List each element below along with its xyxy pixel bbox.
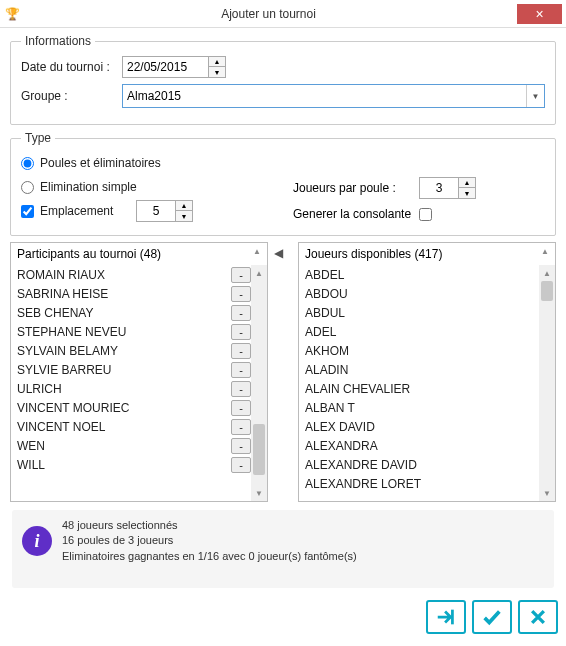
info-line-3: Eliminatoires gagnantes en 1/16 avec 0 j… bbox=[62, 549, 357, 564]
list-item[interactable]: ALEX DAVID bbox=[305, 417, 539, 436]
emplacement-up-icon[interactable]: ▲ bbox=[176, 201, 192, 211]
participants-scrollbar[interactable]: ▲ ▼ bbox=[251, 265, 267, 501]
radio-poules-row[interactable]: Poules et éliminatoires bbox=[21, 153, 273, 173]
participant-name: VINCENT MOURIEC bbox=[17, 401, 231, 415]
players-per-pool-value[interactable] bbox=[420, 178, 458, 198]
participants-panel: Participants au tournoi (48) ▲ ROMAIN RI… bbox=[10, 242, 268, 502]
list-item[interactable]: ALBAN T bbox=[305, 398, 539, 417]
emplacement-value[interactable] bbox=[137, 201, 175, 221]
transfer-left-button[interactable]: ◀ bbox=[274, 246, 283, 260]
ok-button[interactable] bbox=[472, 600, 512, 634]
list-item[interactable]: WILL- bbox=[17, 455, 251, 474]
remove-button[interactable]: - bbox=[231, 286, 251, 302]
list-item[interactable]: ADEL bbox=[305, 322, 539, 341]
available-name: ALEXANDRE DAVID bbox=[305, 458, 539, 472]
remove-button[interactable]: - bbox=[231, 362, 251, 378]
remove-button[interactable]: - bbox=[231, 381, 251, 397]
list-item[interactable]: STEPHANE NEVEU- bbox=[17, 322, 251, 341]
list-item[interactable]: SABRINA HEISE- bbox=[17, 284, 251, 303]
participant-name: WEN bbox=[17, 439, 231, 453]
available-list[interactable]: ABDELABDOUABDULADELAKHOMALADINALAIN CHEV… bbox=[299, 265, 555, 501]
list-item[interactable]: VINCENT MOURIEC- bbox=[17, 398, 251, 417]
participant-name: SYLVAIN BELAMY bbox=[17, 344, 231, 358]
close-button[interactable]: × bbox=[517, 4, 562, 24]
available-name: ALEXANDRE LORET bbox=[305, 477, 539, 491]
list-item[interactable]: ABDUL bbox=[305, 303, 539, 322]
list-item[interactable]: AKHOM bbox=[305, 341, 539, 360]
remove-button[interactable]: - bbox=[231, 343, 251, 359]
list-item[interactable]: ALEXANDRA bbox=[305, 436, 539, 455]
cancel-button[interactable] bbox=[518, 600, 558, 634]
scroll-up-icon[interactable]: ▲ bbox=[539, 265, 555, 281]
available-scrollbar[interactable]: ▲ ▼ bbox=[539, 265, 555, 501]
players-per-pool-stepper[interactable]: ▲ ▼ bbox=[419, 177, 476, 199]
ppp-up-icon[interactable]: ▲ bbox=[459, 178, 475, 188]
emplacement-down-icon[interactable]: ▼ bbox=[176, 211, 192, 221]
check-emplacement[interactable] bbox=[21, 205, 34, 218]
date-field[interactable]: ▲ ▼ bbox=[122, 56, 226, 78]
close-icon bbox=[528, 607, 548, 627]
remove-button[interactable]: - bbox=[231, 400, 251, 416]
list-item[interactable]: ALAIN CHEVALIER bbox=[305, 379, 539, 398]
available-name: ALAIN CHEVALIER bbox=[305, 382, 539, 396]
list-item[interactable]: ALEXANDRE DAVID bbox=[305, 455, 539, 474]
group-label: Groupe : bbox=[21, 89, 116, 103]
radio-elimination[interactable] bbox=[21, 181, 34, 194]
remove-button[interactable]: - bbox=[231, 267, 251, 283]
chevron-up-icon[interactable]: ▲ bbox=[541, 247, 549, 261]
generate-consolation-label: Generer la consolante bbox=[293, 207, 413, 221]
emplacement-stepper[interactable]: ▲ ▼ bbox=[136, 200, 193, 222]
date-up-icon[interactable]: ▲ bbox=[209, 57, 225, 67]
group-combo[interactable]: ▼ bbox=[122, 84, 545, 108]
scroll-down-icon[interactable]: ▼ bbox=[539, 485, 555, 501]
radio-poules[interactable] bbox=[21, 157, 34, 170]
remove-button[interactable]: - bbox=[231, 438, 251, 454]
list-item[interactable]: ULRICH- bbox=[17, 379, 251, 398]
list-item[interactable]: ALEXANDRE LORET bbox=[305, 474, 539, 493]
list-item[interactable]: VINCENT NOEL- bbox=[17, 417, 251, 436]
remove-button[interactable]: - bbox=[231, 419, 251, 435]
import-button[interactable] bbox=[426, 600, 466, 634]
chevron-up-icon[interactable]: ▲ bbox=[253, 247, 261, 261]
scroll-down-icon[interactable]: ▼ bbox=[251, 485, 267, 501]
list-item[interactable]: WEN- bbox=[17, 436, 251, 455]
chevron-down-icon[interactable]: ▼ bbox=[526, 85, 544, 107]
participant-name: ULRICH bbox=[17, 382, 231, 396]
participant-name: ROMAIN RIAUX bbox=[17, 268, 231, 282]
date-label: Date du tournoi : bbox=[21, 60, 116, 74]
available-name: ABDUL bbox=[305, 306, 539, 320]
participant-name: SYLVIE BARREU bbox=[17, 363, 231, 377]
scroll-up-icon[interactable]: ▲ bbox=[251, 265, 267, 281]
remove-button[interactable]: - bbox=[231, 457, 251, 473]
check-generate-consolation[interactable] bbox=[419, 208, 432, 221]
remove-button[interactable]: - bbox=[231, 305, 251, 321]
info-line-1: 48 joueurs selectionnés bbox=[62, 518, 357, 533]
list-item[interactable]: ABDEL bbox=[305, 265, 539, 284]
available-name: ADEL bbox=[305, 325, 539, 339]
list-item[interactable]: SYLVIE BARREU- bbox=[17, 360, 251, 379]
info-line-2: 16 poules de 3 joueurs bbox=[62, 533, 357, 548]
radio-elim-row[interactable]: Elimination simple bbox=[21, 177, 273, 197]
available-name: ALADIN bbox=[305, 363, 539, 377]
list-item[interactable]: ABDOU bbox=[305, 284, 539, 303]
list-item[interactable]: SEB CHENAY- bbox=[17, 303, 251, 322]
date-input[interactable] bbox=[123, 57, 208, 77]
available-name: ALEX DAVID bbox=[305, 420, 539, 434]
import-icon bbox=[435, 606, 457, 628]
title-bar: 🏆 Ajouter un tournoi × bbox=[0, 0, 566, 28]
remove-button[interactable]: - bbox=[231, 324, 251, 340]
trophy-icon: 🏆 bbox=[4, 6, 20, 22]
participant-name: SEB CHENAY bbox=[17, 306, 231, 320]
window-title: Ajouter un tournoi bbox=[20, 7, 517, 21]
ppp-down-icon[interactable]: ▼ bbox=[459, 188, 475, 198]
participants-list[interactable]: ROMAIN RIAUX-SABRINA HEISE-SEB CHENAY-ST… bbox=[11, 265, 267, 501]
available-name: ABDEL bbox=[305, 268, 539, 282]
participant-name: SABRINA HEISE bbox=[17, 287, 231, 301]
list-item[interactable]: SYLVAIN BELAMY- bbox=[17, 341, 251, 360]
date-down-icon[interactable]: ▼ bbox=[209, 67, 225, 77]
players-per-pool-label: Joueurs par poule : bbox=[293, 181, 413, 195]
group-input[interactable] bbox=[123, 85, 526, 107]
available-name: ALBAN T bbox=[305, 401, 539, 415]
list-item[interactable]: ALADIN bbox=[305, 360, 539, 379]
list-item[interactable]: ROMAIN RIAUX- bbox=[17, 265, 251, 284]
